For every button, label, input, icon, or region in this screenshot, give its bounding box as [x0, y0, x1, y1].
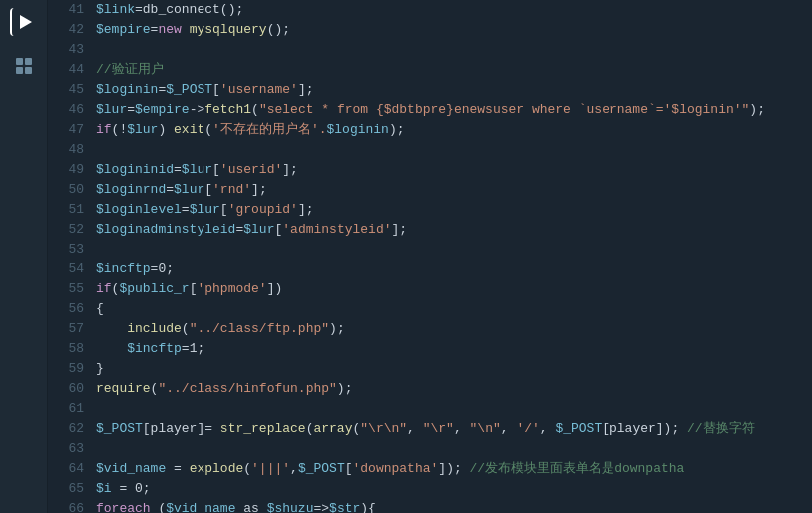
token: $shuzu [267, 499, 314, 513]
token: ( [352, 419, 360, 439]
token: $_POST [555, 419, 602, 439]
line-number: 43 [56, 40, 84, 60]
token: $incftp [96, 259, 151, 279]
token: $loginin [326, 120, 388, 140]
token: ); [749, 100, 765, 120]
code-line: if($public_r['phpmode']) [96, 279, 804, 299]
token: = [235, 220, 243, 240]
token: $loginlevel [96, 200, 182, 220]
token: require [96, 379, 151, 399]
token: ]; [282, 160, 298, 180]
token: $link [96, 0, 135, 20]
token: -> [190, 100, 205, 120]
token: ) [158, 120, 174, 140]
line-number: 46 [56, 100, 84, 120]
token: '不存在的用户名'. [212, 120, 326, 140]
token: $_POST [166, 80, 212, 100]
token: $logininid [96, 160, 174, 180]
line-numbers: 4142434445464748495051525354555657585960… [48, 0, 96, 513]
token: = [174, 160, 182, 180]
token: $lur [182, 160, 212, 180]
token: 'username' [220, 80, 298, 100]
token: "\r" [423, 419, 454, 439]
svg-marker-0 [20, 15, 32, 29]
token: $i [96, 479, 112, 499]
line-number: 65 [56, 479, 84, 499]
token: array [313, 419, 352, 439]
token: [ [204, 180, 212, 200]
token: "\r\n" [360, 419, 407, 439]
line-number: 66 [56, 499, 84, 513]
token: $vid_name [96, 459, 166, 479]
line-number: 55 [56, 279, 84, 299]
token: =1; [182, 339, 204, 359]
token: if [96, 279, 112, 299]
token: (); [267, 20, 290, 40]
explorer-icon[interactable] [10, 52, 38, 80]
token: 'groupid' [228, 200, 298, 220]
token: $lur [190, 200, 220, 220]
token: = [182, 200, 190, 220]
token: exit [174, 120, 204, 140]
token: $lur [127, 120, 158, 140]
code-lines[interactable]: $link=db_connect();$empire=new mysqlquer… [96, 0, 812, 513]
token: $_POST [298, 459, 345, 479]
code-line: } [96, 359, 804, 379]
token: $loginrnd [96, 180, 166, 200]
token: { [96, 299, 104, 319]
token: = [151, 20, 159, 40]
token: ( [151, 499, 167, 513]
token: foreach [96, 499, 151, 513]
code-line: $empire=new mysqlquery(); [96, 20, 804, 40]
token: ); [337, 379, 353, 399]
code-line [96, 399, 804, 419]
token [182, 20, 190, 40]
svg-rect-1 [16, 58, 23, 65]
token: [ [190, 279, 198, 299]
token: //替换字符 [687, 419, 755, 439]
token: ); [389, 120, 405, 140]
token: [ [212, 80, 220, 100]
token: $empire [96, 20, 151, 40]
code-container: 4142434445464748495051525354555657585960… [48, 0, 812, 513]
line-number: 63 [56, 439, 84, 459]
code-line: { [96, 299, 804, 319]
token: ]; [251, 180, 267, 200]
token: $public_r [119, 279, 189, 299]
token: , [540, 419, 556, 439]
line-number: 44 [56, 60, 84, 80]
token: =0; [151, 259, 174, 279]
token: $lur [243, 220, 274, 240]
code-line: $vid_name = explode('|||',$_POST['downpa… [96, 459, 804, 479]
token: [ [345, 459, 353, 479]
token: $str [329, 499, 360, 513]
token: fetch1 [204, 100, 251, 120]
code-line: $_POST[player]= str_replace(array("\r\n"… [96, 419, 804, 439]
token: = [166, 459, 189, 479]
line-number: 62 [56, 419, 84, 439]
code-line: $logininid=$lur['userid']; [96, 160, 804, 180]
token: $loginadminstyleid [96, 220, 235, 240]
token: ( [243, 459, 251, 479]
code-line [96, 240, 804, 259]
code-line: $loginlevel=$lur['groupid']; [96, 200, 804, 220]
token [96, 319, 127, 339]
token: 'adminstyleid' [282, 220, 391, 240]
token: [player]); [602, 419, 687, 439]
token: , [407, 419, 423, 439]
line-number: 48 [56, 140, 84, 160]
token: ]; [392, 220, 408, 240]
code-line [96, 140, 804, 160]
token: "\n" [470, 419, 501, 439]
code-line: $loginin=$_POST['username']; [96, 80, 804, 100]
code-line: //验证用户 [96, 60, 804, 80]
run-icon[interactable] [10, 8, 38, 36]
token: ( [306, 419, 314, 439]
token: ( [251, 100, 259, 120]
token: [ [274, 220, 282, 240]
token: mysqlquery [190, 20, 267, 40]
token: if [96, 120, 112, 140]
token: 'downpatha' [353, 459, 439, 479]
line-number: 41 [56, 0, 84, 20]
token: explode [190, 459, 244, 479]
